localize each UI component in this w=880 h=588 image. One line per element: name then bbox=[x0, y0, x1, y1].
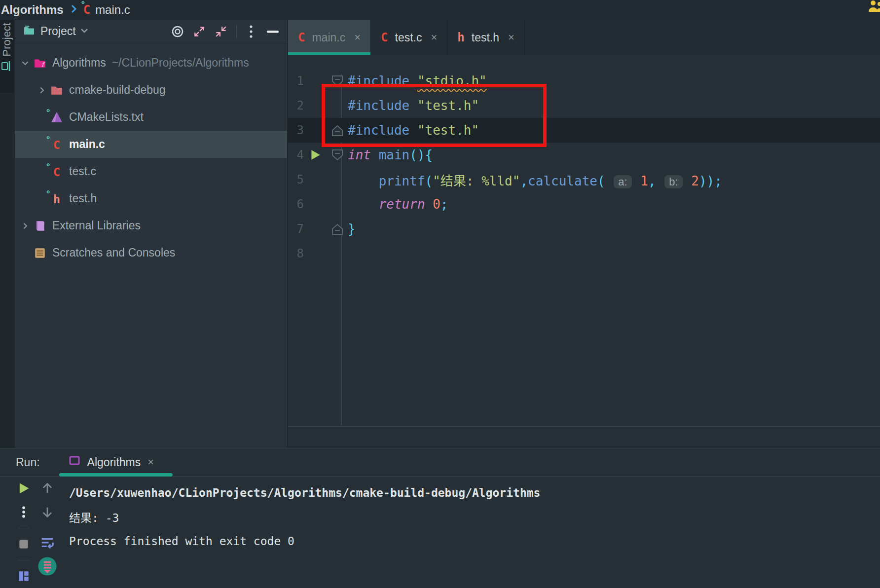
locate-icon[interactable] bbox=[170, 24, 185, 39]
tree-item-label: test.h bbox=[69, 192, 97, 205]
run-panel-header: Run: Algorithms × bbox=[0, 448, 880, 477]
line-number: 2 bbox=[288, 99, 304, 112]
tab-label: main.c bbox=[312, 31, 345, 44]
run-toolbar-secondary bbox=[37, 477, 57, 578]
scroll-end-icon[interactable] bbox=[37, 554, 57, 578]
code-line-7[interactable]: 7} bbox=[288, 217, 880, 241]
token-t bbox=[656, 174, 664, 188]
editor-bottom-border bbox=[288, 426, 880, 427]
run-panel-label: Run: bbox=[16, 456, 40, 469]
project-panel-title[interactable]: Project bbox=[40, 25, 76, 38]
fold-up-icon[interactable] bbox=[327, 223, 348, 235]
token-p: )); bbox=[699, 174, 722, 188]
tree-item-test-c[interactable]: C‹›test.c bbox=[15, 158, 287, 185]
breadcrumb-file[interactable]: main.c bbox=[95, 3, 130, 17]
book-icon bbox=[32, 220, 48, 232]
tab-test-c[interactable]: Ctest.c× bbox=[371, 20, 447, 55]
project-stripe-label: Project bbox=[0, 23, 13, 56]
close-icon[interactable]: × bbox=[147, 456, 154, 469]
tab-test-h[interactable]: htest.h× bbox=[447, 20, 525, 55]
expand-all-icon[interactable] bbox=[192, 24, 207, 39]
run-tab-algorithms[interactable]: Algorithms × bbox=[69, 455, 154, 469]
breadcrumb-project[interactable]: Algorithms bbox=[1, 3, 64, 17]
token-t bbox=[371, 147, 379, 162]
close-icon[interactable]: × bbox=[431, 31, 437, 44]
line-number: 8 bbox=[288, 247, 304, 260]
collapse-all-icon[interactable] bbox=[214, 24, 228, 39]
code-line-8[interactable]: 8 bbox=[288, 241, 880, 266]
tree-item-cmake-build-debug[interactable]: cmake-build-debug bbox=[15, 76, 287, 104]
token-k: int bbox=[348, 147, 371, 162]
project-panel-header: Project bbox=[15, 20, 287, 43]
token-p: , bbox=[648, 174, 656, 188]
tree-item-main-c[interactable]: C‹›main.c bbox=[15, 131, 287, 158]
c-file-icon: C bbox=[298, 31, 305, 44]
token-n: 1 bbox=[640, 174, 648, 188]
rerun-icon[interactable] bbox=[14, 477, 34, 500]
token-t bbox=[348, 197, 379, 212]
code-text: int main(){ bbox=[348, 147, 433, 162]
run-console-output[interactable]: /Users/xuwenhao/CLionProjects/Algorithms… bbox=[69, 480, 540, 553]
cmake-icon: ‹› bbox=[48, 111, 65, 124]
run-line-icon[interactable] bbox=[304, 148, 327, 161]
h-file-icon: h‹› bbox=[48, 192, 65, 205]
run-tool-window: Run: Algorithms × /Users/xuwenhao/CLionP… bbox=[0, 448, 880, 588]
token-t bbox=[605, 174, 613, 188]
chevron-down-icon[interactable] bbox=[19, 58, 32, 69]
token-n: 2 bbox=[691, 174, 699, 188]
token-t bbox=[684, 174, 692, 188]
chevron-right-icon[interactable] bbox=[19, 220, 32, 231]
project-tool-window: Project fAlgorithms~/CLionProjects/Algor… bbox=[15, 20, 288, 448]
line-number: 6 bbox=[288, 197, 304, 211]
stop-icon[interactable] bbox=[14, 532, 34, 556]
tree-item-algorithms[interactable]: fAlgorithms~/CLionProjects/Algorithms bbox=[15, 49, 287, 76]
code-line-5[interactable]: 5 printf("结果: %lld",calculate( a: 1, b: … bbox=[288, 167, 880, 192]
token-p: } bbox=[348, 221, 356, 236]
line-number: 3 bbox=[288, 123, 304, 137]
sidebar-item-project-stripe[interactable]: Project bbox=[0, 20, 14, 93]
token-f: printf bbox=[379, 174, 425, 188]
more-icon[interactable] bbox=[14, 500, 34, 524]
down-icon[interactable] bbox=[37, 500, 57, 524]
tree-item-scratches-and-consoles[interactable]: Scratches and Consoles bbox=[15, 239, 287, 266]
tree-item-label: CMakeLists.txt bbox=[69, 110, 144, 124]
hide-icon[interactable] bbox=[265, 24, 280, 39]
code-line-6[interactable]: 6 return 0; bbox=[288, 192, 880, 217]
console-line-2: 结果: -3 bbox=[69, 505, 540, 529]
token-k: return bbox=[379, 197, 425, 212]
line-number: 1 bbox=[288, 74, 304, 88]
tree-item-cmakelists-txt[interactable]: ‹›CMakeLists.txt bbox=[15, 104, 287, 131]
tree-item-test-h[interactable]: h‹›test.h bbox=[15, 185, 287, 212]
tree-item-label: test.c bbox=[69, 165, 96, 178]
tab-label: test.h bbox=[472, 31, 499, 44]
tab-label: test.c bbox=[395, 31, 422, 44]
chevron-down-icon[interactable] bbox=[79, 25, 90, 38]
fold-down-icon[interactable] bbox=[327, 149, 348, 161]
annotation-red-rectangle bbox=[322, 84, 547, 147]
scratches-icon bbox=[32, 247, 48, 259]
folder-icon bbox=[23, 25, 36, 38]
tree-item-label: Algorithms bbox=[52, 56, 106, 70]
h-file-icon: h bbox=[457, 31, 464, 44]
tree-item-external-libraries[interactable]: External Libraries bbox=[15, 212, 287, 239]
svg-text:C: C bbox=[53, 165, 60, 178]
code-text: return 0; bbox=[348, 197, 448, 212]
token-p: ; bbox=[440, 197, 448, 212]
token-h: b: bbox=[664, 175, 682, 188]
breadcrumb-chevron-icon bbox=[69, 3, 78, 17]
tab-main-c[interactable]: Cmain.c× bbox=[288, 20, 371, 55]
softwrap-icon[interactable] bbox=[37, 531, 57, 554]
more-icon[interactable] bbox=[244, 24, 258, 39]
users-icon[interactable] bbox=[867, 0, 880, 15]
close-icon[interactable]: × bbox=[354, 31, 361, 44]
c-file-icon: C bbox=[381, 31, 388, 44]
token-p: (){ bbox=[409, 147, 433, 162]
run-toolbar-primary bbox=[14, 477, 34, 588]
laptop-icon bbox=[1, 61, 13, 72]
line-number: 7 bbox=[288, 222, 304, 236]
chevron-right-icon[interactable] bbox=[36, 85, 48, 96]
close-icon[interactable]: × bbox=[508, 31, 514, 44]
layout-icon[interactable] bbox=[14, 564, 34, 588]
up-icon[interactable] bbox=[37, 477, 57, 500]
token-t bbox=[633, 174, 641, 188]
